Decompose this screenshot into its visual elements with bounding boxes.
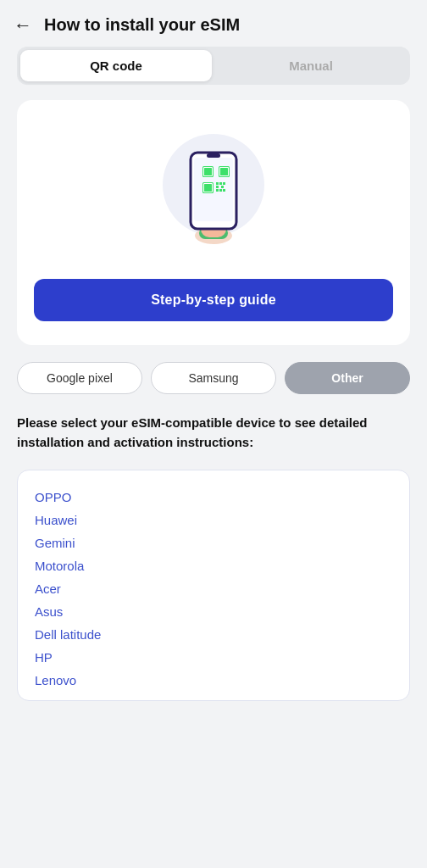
filter-samsung[interactable]: Samsung — [151, 362, 276, 394]
tab-qr-code[interactable]: QR code — [20, 50, 212, 81]
svg-rect-20 — [216, 189, 219, 192]
list-item[interactable]: Dell latitude — [35, 623, 392, 646]
page-title: How to install your eSIM — [44, 15, 240, 35]
illustration-card: Step-by-step guide — [17, 100, 410, 345]
svg-rect-16 — [219, 182, 222, 185]
tab-manual[interactable]: Manual — [215, 50, 407, 81]
svg-rect-19 — [221, 186, 224, 188]
device-filter-row: Google pixel Samsung Other — [17, 362, 410, 394]
svg-rect-15 — [216, 182, 219, 185]
list-item[interactable]: Asus — [35, 600, 392, 623]
list-item[interactable]: Lenovo — [35, 669, 392, 692]
filter-other[interactable]: Other — [285, 362, 410, 394]
svg-rect-21 — [219, 189, 222, 192]
svg-rect-18 — [216, 186, 219, 188]
step-by-step-guide-button[interactable]: Step-by-step guide — [34, 279, 393, 321]
back-button[interactable]: ← — [14, 16, 32, 35]
list-item[interactable]: OPPO — [35, 486, 392, 509]
tab-bar: QR code Manual — [17, 47, 410, 85]
svg-rect-8 — [204, 168, 212, 175]
description-text: Please select your eSIM-compatible devic… — [17, 413, 410, 453]
svg-rect-11 — [220, 168, 228, 175]
svg-rect-23 — [207, 153, 220, 158]
list-item[interactable]: Acer — [35, 577, 392, 600]
svg-rect-22 — [223, 189, 225, 192]
filter-google-pixel[interactable]: Google pixel — [17, 362, 142, 394]
list-item[interactable]: Huawei — [35, 509, 392, 531]
svg-rect-17 — [223, 182, 225, 185]
svg-rect-14 — [204, 184, 212, 192]
header: ← How to install your eSIM — [0, 0, 427, 47]
device-list-card: OPPO Huawei Gemini Motorola Acer Asus De… — [17, 470, 410, 701]
list-item[interactable]: Gemini — [35, 531, 392, 554]
qr-phone-illustration — [158, 127, 269, 259]
list-item[interactable]: HP — [35, 646, 392, 669]
list-item[interactable]: Motorola — [35, 554, 392, 577]
